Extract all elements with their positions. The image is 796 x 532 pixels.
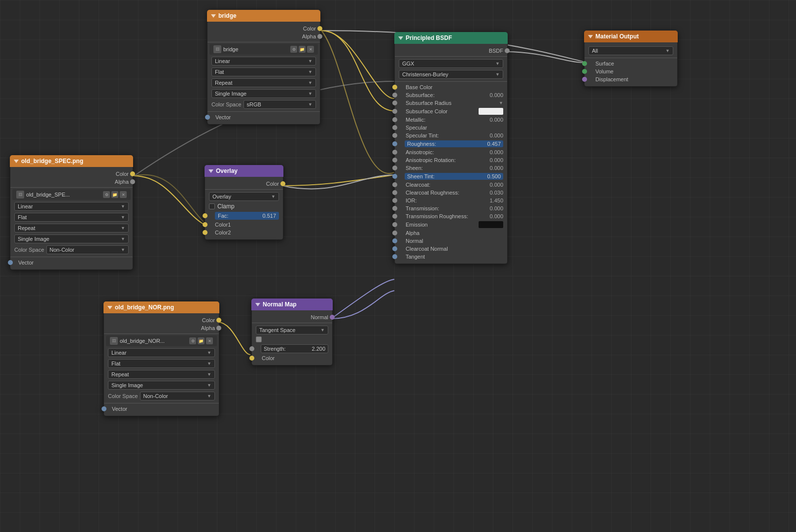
blend-type-dropdown[interactable]: Overlay ▼ (209, 192, 279, 201)
collapse-tri[interactable] (208, 169, 213, 173)
projection-dropdown[interactable]: Single Image ▼ (211, 89, 316, 98)
tr-socket[interactable] (392, 214, 397, 219)
spec-exty-dropdown[interactable]: Repeat ▼ (14, 224, 129, 233)
distribution-dropdown[interactable]: GGX ▼ (399, 59, 503, 68)
displacement-row: Displacement (585, 75, 677, 83)
spec-proj-dropdown[interactable]: Single Image ▼ (14, 234, 129, 243)
nor-interp-dropdown[interactable]: Linear ▼ (108, 348, 215, 357)
aniso-rot-label: Anisotropic Rotation: (399, 157, 484, 163)
displacement-socket[interactable] (582, 77, 587, 82)
interpolation-dropdown[interactable]: Linear ▼ (211, 57, 316, 66)
collapse-tri[interactable] (588, 35, 593, 38)
nor-vector-label: Vector (108, 406, 127, 412)
nm-uv-socket[interactable] (256, 336, 262, 342)
emission-swatch (479, 221, 503, 228)
ss-color-socket[interactable] (392, 109, 397, 114)
color-space-label: Color Space (211, 101, 242, 107)
base-color-socket[interactable] (392, 85, 397, 90)
cc-socket[interactable] (392, 182, 397, 187)
nor-cs-dropdown[interactable]: Non-Color ▼ (140, 392, 215, 400)
nor-scene-icon[interactable]: ⚙ (189, 337, 196, 344)
close-icon[interactable]: ✕ (307, 46, 314, 53)
collapse-triangle[interactable] (211, 14, 216, 18)
ss-radius-socket[interactable] (392, 100, 397, 105)
color2-socket[interactable] (203, 230, 208, 235)
bsdf-out-socket[interactable] (505, 48, 510, 53)
anisotropic-row: Anisotropic: 0.000 (395, 148, 507, 156)
collapse-tri[interactable] (107, 306, 112, 309)
spec-vector-label: Vector (14, 260, 34, 266)
pbsdf-normal-socket[interactable] (392, 238, 397, 243)
collapse-tri[interactable] (255, 303, 260, 306)
pbsdf-alpha-socket[interactable] (392, 231, 397, 235)
specular-socket[interactable] (392, 125, 397, 130)
ior-socket[interactable] (392, 198, 397, 203)
aniso-socket[interactable] (392, 150, 397, 155)
nor-browse-icon[interactable]: 📁 (198, 337, 205, 344)
trans-socket[interactable] (392, 206, 397, 211)
roughness-slider[interactable]: Roughness: 0.457 (405, 140, 503, 147)
nor-exty-dropdown[interactable]: Repeat ▼ (108, 370, 215, 379)
normal-out-socket[interactable] (330, 315, 335, 320)
nor-proj-dropdown[interactable]: Single Image ▼ (108, 381, 215, 390)
overlay-color-socket[interactable] (280, 181, 285, 186)
nor-extx-dropdown[interactable]: Flat ▼ (108, 359, 215, 368)
subsurface-color-row: Subsurface Color (395, 107, 507, 116)
spec-alpha-socket[interactable] (130, 179, 135, 184)
strength-field[interactable]: Strength: 2.200 (261, 344, 328, 353)
roughness-socket[interactable] (392, 141, 397, 146)
trans-rough-row: Transmission Roughness: 0.000 (395, 212, 507, 220)
cc-normal-socket[interactable] (392, 246, 397, 251)
nor-color-socket[interactable] (216, 318, 221, 323)
spec-close-icon[interactable]: ✕ (120, 191, 127, 198)
vector-input-socket[interactable] (205, 115, 210, 120)
spec-tint-socket[interactable] (392, 133, 397, 138)
spec-color-socket[interactable] (130, 171, 135, 176)
surface-socket[interactable] (582, 61, 587, 66)
emission-socket[interactable] (392, 222, 397, 227)
normal-map-node: Normal Map Normal Tangent Space ▼ Streng… (251, 299, 333, 366)
collapse-triangle[interactable] (14, 160, 19, 163)
metallic-label: Metallic: (399, 117, 484, 123)
fac-socket[interactable] (203, 213, 208, 218)
subsurface-socket[interactable] (392, 93, 397, 98)
nor-alpha-socket[interactable] (216, 326, 221, 331)
spec-extx-dropdown[interactable]: Flat ▼ (14, 213, 129, 222)
nor-vector-socket[interactable] (102, 406, 106, 411)
nor-close-icon[interactable]: ✕ (206, 337, 213, 344)
mat-all-dropdown[interactable]: All ▼ (588, 46, 673, 55)
volume-socket[interactable] (582, 69, 587, 74)
clamp-checkbox[interactable] (209, 203, 215, 209)
nm-space-dropdown[interactable]: Tangent Space ▼ (256, 326, 328, 334)
spec-cs-dropdown[interactable]: Non-Color ▼ (46, 245, 129, 254)
nm-color-socket[interactable] (249, 356, 254, 361)
strength-socket[interactable] (249, 346, 254, 351)
ior-row: IOR: 1.450 (395, 197, 507, 204)
subsurface-method-dropdown[interactable]: Christensen-Burley ▼ (399, 70, 503, 79)
nor-filename: old_bridge_NOR... (120, 338, 165, 344)
fac-slider[interactable]: Fac: 0.517 (215, 212, 279, 220)
extension-x-dropdown[interactable]: Flat ▼ (211, 67, 316, 76)
cc-rough-socket[interactable] (392, 190, 397, 195)
spec-interp-dropdown[interactable]: Linear ▼ (14, 202, 129, 211)
sheen-socket[interactable] (392, 166, 397, 170)
color-space-dropdown[interactable]: sRGB ▼ (243, 100, 316, 109)
extension-y-dropdown[interactable]: Repeat ▼ (211, 78, 316, 87)
tangent-row: Tangent (395, 253, 507, 261)
browse-icon[interactable]: 📁 (299, 46, 306, 53)
sheen-tint-slider[interactable]: Sheen Tint: 0.500 (405, 173, 503, 180)
spec-vector-socket[interactable] (8, 260, 13, 265)
collapse-tri[interactable] (398, 36, 403, 40)
metallic-socket[interactable] (392, 117, 397, 122)
aniso-rot-socket[interactable] (392, 158, 397, 163)
sheen-tint-socket[interactable] (392, 174, 397, 179)
spec-browse-icon[interactable]: 📁 (111, 191, 118, 198)
color2-label: Color2 (209, 230, 231, 235)
alpha-output-socket[interactable] (317, 34, 322, 39)
spec-scene-icon[interactable]: ⚙ (103, 191, 110, 198)
color-output-socket[interactable] (317, 26, 322, 31)
normal-map-header: Normal Map (251, 299, 333, 310)
scene-icon[interactable]: ⚙ (290, 46, 297, 53)
tangent-socket[interactable] (392, 254, 397, 259)
color1-socket[interactable] (203, 222, 208, 227)
